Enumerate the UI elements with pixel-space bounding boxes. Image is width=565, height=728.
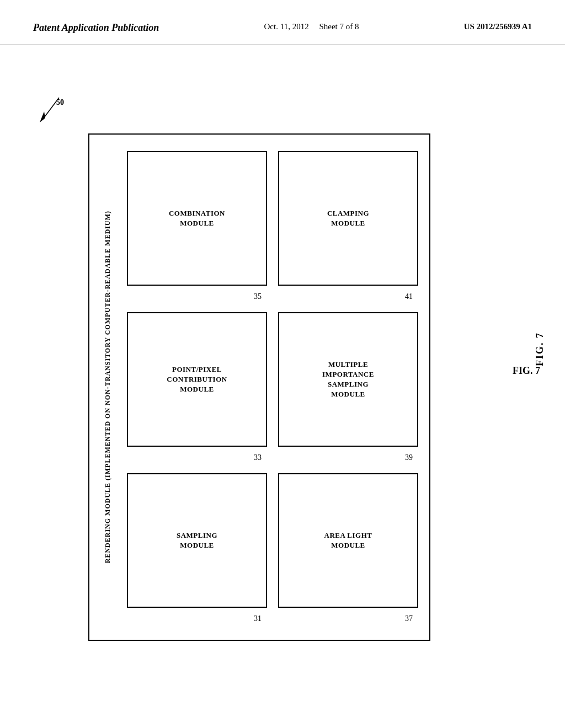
sampling-module-box: SAMPLINGMODULE xyxy=(127,473,267,608)
combination-module-cell: COMBINATIONMODULE 35 xyxy=(127,151,267,301)
clamping-module-cell: CLAMPINGMODULE 41 xyxy=(278,151,418,301)
multiple-importance-module-label: MULTIPLEIMPORTANCESAMPLINGMODULE xyxy=(322,360,374,400)
multiple-importance-module-cell: MULTIPLEIMPORTANCESAMPLINGMODULE 39 xyxy=(278,312,418,462)
clamping-module-box: CLAMPINGMODULE xyxy=(278,151,418,286)
sampling-module-ref: 31 xyxy=(254,614,262,623)
header-date-sheet: Oct. 11, 2012 Sheet 7 of 8 xyxy=(264,22,359,31)
ref-50-arrow: 50 xyxy=(34,95,67,128)
area-light-module-cell: AREA LIGHTMODULE 37 xyxy=(278,473,418,623)
combination-module-label: COMBINATIONMODULE xyxy=(169,208,225,228)
publication-date: Oct. 11, 2012 xyxy=(264,22,309,31)
clamping-module-ref: 41 xyxy=(405,292,413,301)
outer-box-label-container: RENDERING MODULE (IMPLEMENTED ON NON-TRA… xyxy=(94,135,121,640)
fig-7-label: FIG. 7 xyxy=(513,365,540,377)
svg-text:50: 50 xyxy=(56,98,64,106)
clamping-module-label: CLAMPINGMODULE xyxy=(327,208,369,228)
area-light-module-ref: 37 xyxy=(405,614,413,623)
combination-module-box: COMBINATIONMODULE xyxy=(127,151,267,286)
point-pixel-module-label: POINT/PIXELCONTRIBUTIONMODULE xyxy=(167,365,227,395)
point-pixel-module-ref: 33 xyxy=(254,453,262,462)
point-pixel-module-box: POINT/PIXELCONTRIBUTIONMODULE xyxy=(127,312,267,447)
point-pixel-module-cell: POINT/PIXELCONTRIBUTIONMODULE 33 xyxy=(127,312,267,462)
sheet-info: Sheet 7 of 8 xyxy=(319,22,359,31)
sampling-module-cell: SAMPLINGMODULE 31 xyxy=(127,473,267,623)
area-light-module-label: AREA LIGHTMODULE xyxy=(324,531,372,550)
patent-number: US 2012/256939 A1 xyxy=(464,22,532,31)
page-header: Patent Application Publication Oct. 11, … xyxy=(0,0,565,45)
sampling-module-label: SAMPLINGMODULE xyxy=(177,531,217,550)
main-content: 50 FIG. 7 RENDERING MODULE (IMPLEMENTED … xyxy=(0,45,565,707)
outer-box-label-text: RENDERING MODULE (IMPLEMENTED ON NON-TRA… xyxy=(104,211,111,563)
multiple-importance-module-box: MULTIPLEIMPORTANCESAMPLINGMODULE xyxy=(278,312,418,447)
area-light-module-box: AREA LIGHTMODULE xyxy=(278,473,418,608)
figure-label: FIG. 7 xyxy=(534,332,546,366)
modules-grid: COMBINATIONMODULE 35 CLAMPINGMODULE 41 P… xyxy=(127,151,418,623)
svg-marker-1 xyxy=(40,111,45,122)
outer-rendering-module-box: RENDERING MODULE (IMPLEMENTED ON NON-TRA… xyxy=(88,133,430,641)
multiple-importance-module-ref: 39 xyxy=(405,453,413,462)
publication-title: Patent Application Publication xyxy=(33,22,159,34)
combination-module-ref: 35 xyxy=(254,292,262,301)
